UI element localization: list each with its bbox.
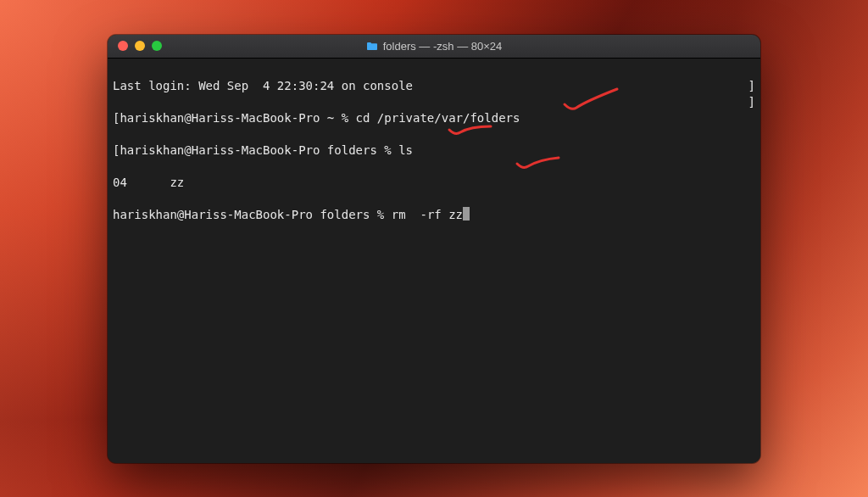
window-title-text: folders — -zsh — 80×24 (383, 40, 503, 53)
ls-output-line: 04 zz (113, 175, 755, 191)
checkmark-annotation-3 (515, 121, 562, 204)
close-icon[interactable] (118, 41, 128, 51)
bracket-right-1: ] (748, 78, 755, 94)
prompt-1: [hariskhan@Hariss-MacBook-Pro ~ % (113, 111, 356, 125)
prompt-line-1: [hariskhan@Hariss-MacBook-Pro ~ % cd /pr… (113, 110, 755, 126)
checkmark-annotation-1 (561, 59, 620, 148)
minimize-icon[interactable] (135, 41, 145, 51)
terminal-output[interactable]: Last login: Wed Sep 4 22:30:24 on consol… (108, 59, 760, 463)
last-login-line: Last login: Wed Sep 4 22:30:24 on consol… (113, 78, 755, 94)
terminal-window: folders — -zsh — 80×24 Last login: Wed S… (108, 35, 760, 463)
command-3: rm -rf zz (392, 208, 463, 221)
folder-icon (366, 42, 378, 51)
titlebar[interactable]: folders — -zsh — 80×24 (108, 35, 760, 59)
maximize-icon[interactable] (152, 41, 162, 51)
traffic-lights (108, 41, 162, 51)
bracket-right-2: ] (748, 94, 755, 110)
checkmark-annotation-2 (447, 89, 494, 170)
command-1: cd /private/var/folders (356, 111, 520, 125)
prompt-3: hariskhan@Hariss-MacBook-Pro folders % (113, 208, 392, 221)
cursor-icon (463, 207, 470, 221)
prompt-line-3: hariskhan@Hariss-MacBook-Pro folders % r… (113, 207, 755, 223)
prompt-line-2: [hariskhan@Hariss-MacBook-Pro folders % … (113, 142, 755, 159)
window-title: folders — -zsh — 80×24 (108, 40, 760, 53)
prompt-2: [hariskhan@Hariss-MacBook-Pro folders % (113, 143, 398, 157)
command-2: ls (398, 143, 413, 157)
